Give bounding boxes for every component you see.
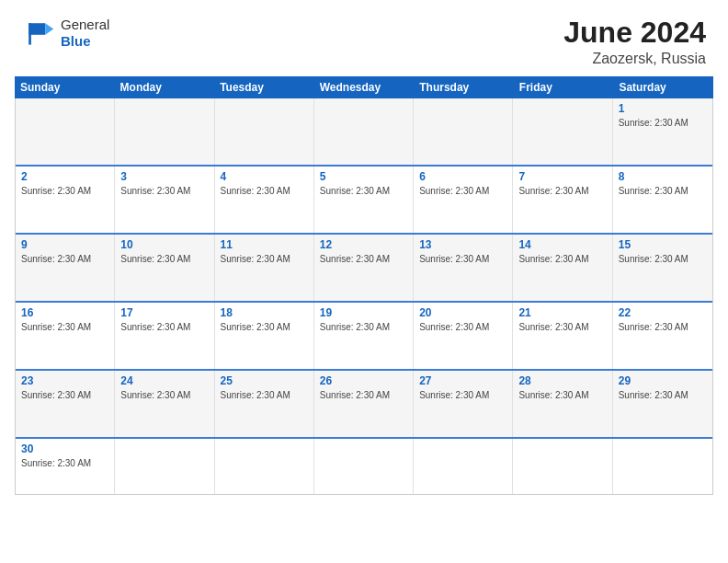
calendar-cell [314,439,414,494]
day-number: 13 [419,238,506,251]
day-info: Sunrise: 2:30 AM [419,321,506,334]
title-block: June 2024 Zaozersk, Russia [563,17,706,67]
calendar-body: 1Sunrise: 2:30 AM2Sunrise: 2:30 AM3Sunri… [15,98,713,495]
day-number: 19 [320,306,407,319]
svg-rect-2 [28,23,31,44]
day-info: Sunrise: 2:30 AM [21,321,108,334]
calendar-cell: 24Sunrise: 2:30 AM [115,371,214,437]
day-number: 27 [419,374,506,387]
logo-blue-label: Blue [61,33,109,50]
day-number: 14 [518,238,606,251]
day-info: Sunrise: 2:30 AM [518,185,606,198]
calendar-row: 16Sunrise: 2:30 AM17Sunrise: 2:30 AM18Su… [16,303,712,371]
calendar: Sunday Monday Tuesday Wednesday Thursday… [15,76,713,495]
logo-text: General Blue [61,17,109,50]
day-info: Sunrise: 2:30 AM [518,389,606,402]
logo-general-label: General [61,17,109,33]
day-info: Sunrise: 2:30 AM [518,253,606,266]
location-label: Zaozersk, Russia [563,51,706,67]
day-number: 16 [21,306,108,319]
header-wednesday: Wednesday [314,76,415,98]
calendar-cell [115,98,214,165]
day-info: Sunrise: 2:30 AM [619,389,707,402]
calendar-cell: 5Sunrise: 2:30 AM [314,167,414,233]
day-number: 26 [320,374,407,387]
day-number: 17 [120,306,208,319]
calendar-row: 2Sunrise: 2:30 AM3Sunrise: 2:30 AM4Sunri… [16,167,712,235]
calendar-cell: 28Sunrise: 2:30 AM [513,371,612,437]
calendar-cell: 4Sunrise: 2:30 AM [215,167,314,233]
day-info: Sunrise: 2:30 AM [221,253,308,266]
day-number: 24 [120,374,208,387]
calendar-cell: 23Sunrise: 2:30 AM [16,371,115,437]
calendar-cell: 2Sunrise: 2:30 AM [16,167,115,233]
day-number: 25 [221,374,308,387]
calendar-cell: 27Sunrise: 2:30 AM [414,371,513,437]
calendar-cell: 3Sunrise: 2:30 AM [115,167,214,233]
calendar-cell: 7Sunrise: 2:30 AM [513,167,612,233]
day-number: 2 [21,170,108,183]
header-monday: Monday [115,76,215,98]
day-info: Sunrise: 2:30 AM [419,185,506,198]
calendar-row: 9Sunrise: 2:30 AM10Sunrise: 2:30 AM11Sun… [16,235,712,303]
day-info: Sunrise: 2:30 AM [120,321,208,334]
calendar-cell: 10Sunrise: 2:30 AM [115,235,214,301]
header-saturday: Saturday [613,76,713,98]
header-tuesday: Tuesday [214,76,314,98]
day-number: 4 [221,170,308,183]
calendar-cell: 17Sunrise: 2:30 AM [115,303,214,369]
calendar-cell: 8Sunrise: 2:30 AM [613,167,712,233]
day-info: Sunrise: 2:30 AM [21,253,108,266]
calendar-cell: 22Sunrise: 2:30 AM [613,303,712,369]
calendar-cell: 18Sunrise: 2:30 AM [215,303,314,369]
day-number: 28 [518,374,606,387]
page: General Blue June 2024 Zaozersk, Russia … [0,0,728,563]
day-number: 1 [619,102,707,115]
svg-marker-0 [28,23,45,35]
day-number: 22 [619,306,707,319]
calendar-cell [613,439,712,494]
calendar-cell [16,98,115,165]
day-info: Sunrise: 2:30 AM [120,185,208,198]
day-info: Sunrise: 2:30 AM [619,185,707,198]
day-info: Sunrise: 2:30 AM [221,389,308,402]
header: General Blue June 2024 Zaozersk, Russia [0,0,728,76]
calendar-cell: 12Sunrise: 2:30 AM [314,235,414,301]
calendar-cell: 11Sunrise: 2:30 AM [215,235,314,301]
calendar-cell [414,98,513,165]
calendar-cell: 19Sunrise: 2:30 AM [314,303,414,369]
day-info: Sunrise: 2:30 AM [221,321,308,334]
day-info: Sunrise: 2:30 AM [320,389,407,402]
calendar-cell: 14Sunrise: 2:30 AM [513,235,612,301]
day-number: 5 [320,170,407,183]
calendar-row: 23Sunrise: 2:30 AM24Sunrise: 2:30 AM25Su… [16,371,712,439]
calendar-cell: 21Sunrise: 2:30 AM [513,303,612,369]
day-number: 15 [619,238,707,251]
day-number: 18 [221,306,308,319]
calendar-cell [314,98,414,165]
day-info: Sunrise: 2:30 AM [619,117,707,130]
calendar-cell [215,98,314,165]
calendar-row: 30Sunrise: 2:30 AM [16,439,712,495]
day-info: Sunrise: 2:30 AM [221,185,308,198]
day-info: Sunrise: 2:30 AM [120,389,208,402]
day-info: Sunrise: 2:30 AM [320,321,407,334]
header-thursday: Thursday [414,76,514,98]
day-number: 23 [21,374,108,387]
day-info: Sunrise: 2:30 AM [21,389,108,402]
day-number: 6 [419,170,506,183]
calendar-cell [414,439,513,494]
calendar-cell: 20Sunrise: 2:30 AM [414,303,513,369]
day-number: 8 [619,170,707,183]
calendar-cell: 25Sunrise: 2:30 AM [215,371,314,437]
day-info: Sunrise: 2:30 AM [619,253,707,266]
calendar-cell: 9Sunrise: 2:30 AM [16,235,115,301]
day-info: Sunrise: 2:30 AM [320,185,407,198]
day-number: 9 [21,238,108,251]
header-friday: Friday [514,76,614,98]
calendar-cell: 16Sunrise: 2:30 AM [16,303,115,369]
calendar-cell: 29Sunrise: 2:30 AM [613,371,712,437]
logo: General Blue [22,17,109,50]
day-number: 3 [120,170,208,183]
day-info: Sunrise: 2:30 AM [619,321,707,334]
